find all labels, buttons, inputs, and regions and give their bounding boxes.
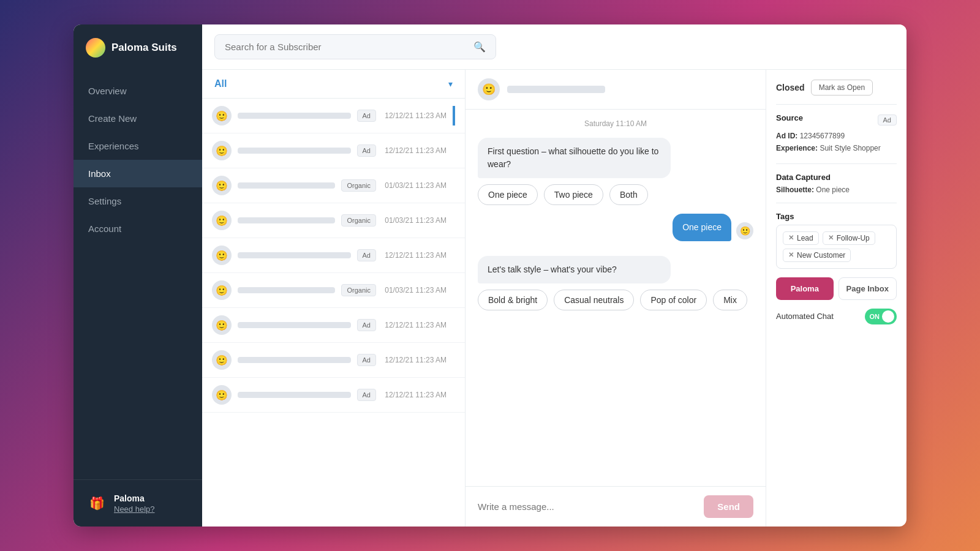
tag-new-customer: ✕ New Customer — [783, 249, 851, 262]
gift-icon: 🎁 — [86, 492, 108, 514]
tag-remove-follow-up[interactable]: ✕ — [828, 234, 834, 242]
subscriber-date: 01/03/21 11:23 AM — [382, 181, 447, 190]
list-item[interactable]: 🙂 Organic 01/03/21 11:23 AM — [202, 203, 465, 238]
avatar: 🙂 — [212, 280, 232, 300]
list-item[interactable]: 🙂 Organic 01/03/21 11:23 AM — [202, 273, 465, 308]
choice-one-piece[interactable]: One piece — [478, 184, 538, 205]
help-link[interactable]: Need help? — [114, 504, 155, 514]
subscriber-date: 12/12/21 11:23 AM — [382, 251, 447, 260]
choice-both[interactable]: Both — [609, 184, 648, 205]
chat-header: 🙂 — [466, 70, 766, 110]
sidebar-item-settings[interactable]: Settings — [74, 187, 202, 215]
tag-remove-new-customer[interactable]: ✕ — [788, 251, 794, 259]
panels: All ▾ 🙂 Ad 12/12/21 11:23 AM 🙂 — [202, 70, 907, 527]
search-bar-row: 🔍 — [202, 24, 907, 70]
source-detail: Ad ID: 12345677899 Experience: Suit Styl… — [776, 130, 897, 155]
sidebar-item-create-new[interactable]: Create New — [74, 105, 202, 132]
tags-title: Tags — [776, 212, 897, 221]
subscriber-panel: All ▾ 🙂 Ad 12/12/21 11:23 AM 🙂 — [202, 70, 466, 527]
inactive-indicator — [453, 211, 455, 230]
right-panel: Closed Mark as Open Source Ad Ad ID: 123… — [766, 70, 907, 527]
silhouette-label: Silhouette: — [776, 186, 814, 194]
sidebar-item-account[interactable]: Account — [74, 215, 202, 242]
badge-organic: Organic — [341, 214, 376, 227]
choice-bold-bright[interactable]: Bold & bright — [478, 290, 548, 310]
toggle-knob — [882, 310, 894, 323]
ad-id-value: 12345677899 — [800, 132, 845, 140]
sidebar-item-inbox[interactable]: Inbox — [74, 160, 202, 187]
chat-input-row: Send — [466, 486, 766, 527]
choice-mix[interactable]: Mix — [713, 290, 747, 310]
list-item[interactable]: 🙂 Ad 12/12/21 11:23 AM — [202, 378, 465, 413]
badge-organic: Organic — [341, 179, 376, 192]
tag-follow-up: ✕ Follow-Up — [823, 231, 875, 245]
choice-two-piece[interactable]: Two piece — [544, 184, 603, 205]
badge-ad: Ad — [357, 319, 376, 331]
list-item[interactable]: 🙂 Ad 12/12/21 11:23 AM — [202, 133, 465, 168]
list-item[interactable]: 🙂 Ad 12/12/21 11:23 AM — [202, 308, 465, 343]
avatar: 🙂 — [212, 141, 232, 160]
inactive-indicator — [453, 280, 455, 300]
divider — [776, 203, 897, 203]
avatar: 🙂 — [212, 211, 232, 230]
mark-as-open-button[interactable]: Mark as Open — [811, 80, 873, 96]
subscriber-name-bar — [238, 113, 351, 119]
badge-ad: Ad — [357, 110, 376, 122]
footer-brand: Paloma — [114, 493, 155, 503]
tag-remove-lead[interactable]: ✕ — [788, 234, 794, 242]
subscriber-name-bar — [238, 148, 351, 154]
list-item[interactable]: 🙂 Ad 12/12/21 11:23 AM — [202, 343, 465, 378]
badge-organic: Organic — [341, 284, 376, 296]
auto-chat-row: Automated Chat ON — [776, 309, 897, 324]
subscriber-date: 12/12/21 11:23 AM — [382, 111, 447, 120]
data-captured-section: Data Captured Silhouette: One piece — [776, 173, 897, 194]
tag-label-follow-up: Follow-Up — [837, 234, 870, 242]
sidebar-footer: 🎁 Paloma Need help? — [74, 479, 202, 527]
experience-label: Experience: — [776, 144, 818, 152]
message-input[interactable] — [478, 501, 696, 512]
badge-ad: Ad — [357, 354, 376, 366]
sent-avatar: 🙂 — [736, 222, 753, 239]
subscriber-date: 01/03/21 11:23 AM — [382, 286, 447, 294]
app-container: Paloma Suits Overview Create New Experie… — [74, 24, 907, 527]
chat-panel: 🙂 Saturday 11:10 AM First question – wha… — [466, 70, 766, 527]
automated-chat-toggle[interactable]: ON — [865, 309, 897, 324]
tab-row: Paloma Page Inbox — [776, 277, 897, 300]
list-item[interactable]: 🙂 Ad 12/12/21 11:23 AM — [202, 99, 465, 133]
divider — [776, 104, 897, 105]
avatar: 🙂 — [212, 106, 232, 126]
sidebar-item-experiences[interactable]: Experiences — [74, 132, 202, 160]
tag-label-new-customer: New Customer — [797, 251, 845, 260]
status-badge: Closed — [776, 83, 805, 92]
badge-ad: Ad — [357, 249, 376, 261]
subscriber-name-bar — [238, 217, 335, 223]
tags-section: Tags ✕ Lead ✕ Follow-Up ✕ New Customer — [776, 212, 897, 269]
search-icon: 🔍 — [473, 41, 486, 53]
sidebar-item-overview[interactable]: Overview — [74, 77, 202, 105]
list-item[interactable]: 🙂 Ad 12/12/21 11:23 AM — [202, 238, 465, 273]
choice-pop-of-color[interactable]: Pop of color — [640, 290, 707, 310]
inactive-indicator — [453, 176, 455, 195]
sidebar: Paloma Suits Overview Create New Experie… — [74, 24, 202, 527]
silhouette-value: One piece — [816, 186, 850, 194]
tab-paloma[interactable]: Paloma — [776, 277, 834, 300]
subscriber-date: 12/12/21 11:23 AM — [382, 321, 447, 329]
choice-casual-neutrals[interactable]: Casual neutrals — [554, 290, 634, 310]
search-wrap[interactable]: 🔍 — [214, 34, 496, 59]
active-indicator — [453, 106, 455, 126]
subscriber-date: 01/03/21 11:23 AM — [382, 216, 447, 225]
app-name: Paloma Suits — [111, 42, 177, 54]
send-button[interactable]: Send — [704, 495, 753, 518]
filter-row[interactable]: All ▾ — [202, 70, 465, 99]
subscriber-name-bar — [238, 392, 351, 398]
subscriber-date: 12/12/21 11:23 AM — [382, 356, 447, 364]
search-input[interactable] — [225, 42, 467, 52]
inactive-indicator — [453, 246, 455, 265]
subscriber-name-bar — [238, 182, 335, 189]
avatar: 🙂 — [212, 350, 232, 370]
source-badge: Ad — [878, 114, 897, 126]
tag-label-lead: Lead — [797, 234, 813, 242]
list-item[interactable]: 🙂 Organic 01/03/21 11:23 AM — [202, 168, 465, 203]
chat-messages: Saturday 11:10 AM First question – what … — [466, 110, 766, 486]
tab-page-inbox[interactable]: Page Inbox — [839, 277, 897, 300]
